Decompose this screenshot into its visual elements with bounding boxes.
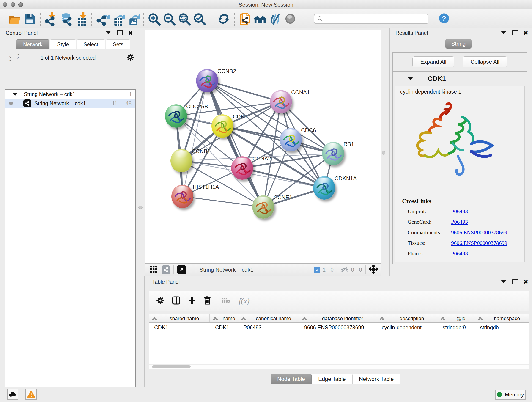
- control-panel-close-icon[interactable]: ✖: [128, 31, 133, 35]
- add-column-icon[interactable]: [188, 296, 196, 306]
- right-splitter-handle[interactable]: [382, 151, 385, 155]
- import-network-file-icon[interactable]: [43, 11, 58, 26]
- zoom-in-icon[interactable]: [146, 11, 162, 26]
- string-style-icon[interactable]: [162, 265, 170, 274]
- table-panel-float-icon[interactable]: [512, 279, 518, 285]
- protein-thumbnail: [313, 178, 335, 201]
- column-header-description[interactable]: description: [376, 314, 437, 322]
- export-table-icon[interactable]: [110, 11, 125, 26]
- network-node-cdc25b[interactable]: [165, 104, 187, 128]
- protein-thumbnail: [165, 106, 187, 129]
- network-node-ccne1[interactable]: [252, 195, 274, 219]
- network-panel-gear-icon[interactable]: [127, 53, 134, 62]
- network-node-ccnb1[interactable]: [171, 149, 192, 172]
- collection-expand-icon[interactable]: [12, 93, 18, 96]
- birdseye-view-icon[interactable]: [177, 265, 186, 274]
- results-panel-collapse-icon[interactable]: [501, 31, 506, 35]
- table-cell[interactable]: P06493: [238, 323, 299, 332]
- warnings-button[interactable]: [25, 389, 37, 400]
- selected-nodes-checkbox[interactable]: [314, 267, 320, 273]
- column-header-database-identifier[interactable]: database identifier: [299, 314, 376, 322]
- search-input[interactable]: [323, 16, 423, 22]
- cloud-button[interactable]: [7, 389, 18, 400]
- column-header--id[interactable]: @id: [437, 314, 475, 322]
- expand-all-button[interactable]: Expand All: [412, 56, 454, 67]
- network-node-ccna2[interactable]: [231, 156, 253, 180]
- hide-selected-icon[interactable]: [268, 11, 283, 26]
- zoom-out-icon[interactable]: [162, 11, 177, 26]
- crosslink-link[interactable]: 9606.ENSP00000378699: [451, 230, 507, 236]
- network-node-ccna1[interactable]: [270, 90, 292, 114]
- expand-all-networks-icon[interactable]: ⌄⌄: [8, 55, 12, 61]
- import-table-icon[interactable]: [74, 11, 89, 26]
- scrollbar-thumb[interactable]: [152, 365, 191, 368]
- export-network-icon[interactable]: [95, 11, 110, 26]
- tab-string[interactable]: String: [445, 39, 472, 49]
- tab-select[interactable]: Select: [76, 39, 105, 49]
- crosslink-link[interactable]: P06493: [451, 250, 468, 257]
- table-cell[interactable]: cyclin-dependent ...: [376, 323, 437, 332]
- tab-node-table[interactable]: Node Table: [271, 374, 312, 384]
- collapse-all-networks-icon[interactable]: ⌃⌃: [16, 55, 20, 61]
- results-panel-float-icon[interactable]: [512, 30, 518, 36]
- tab-sets[interactable]: Sets: [106, 39, 130, 49]
- network-node-cdc6[interactable]: [280, 128, 302, 152]
- results-panel-close-icon[interactable]: ✖: [523, 31, 528, 35]
- network-node-ccnb2[interactable]: [196, 69, 218, 92]
- zoom-selected-icon[interactable]: [192, 11, 207, 26]
- network-row-selected[interactable]: String Network – cdk1 11 48: [6, 99, 135, 108]
- tab-network-table[interactable]: Network Table: [352, 374, 400, 384]
- save-session-icon[interactable]: [22, 11, 37, 26]
- show-all-icon[interactable]: [283, 11, 298, 26]
- column-header-canonical-name[interactable]: canonical name: [238, 314, 299, 322]
- control-panel-float-icon[interactable]: [117, 30, 123, 36]
- network-collection-row[interactable]: String Network – cdk1 1: [6, 89, 135, 99]
- help-button[interactable]: ?: [438, 12, 450, 25]
- table-horizontal-scrollbar[interactable]: [149, 365, 529, 369]
- new-network-from-selection-icon[interactable]: [237, 11, 253, 26]
- network-node-cdkn1a[interactable]: [313, 176, 335, 200]
- fit-content-crosshair-icon[interactable]: [369, 265, 378, 275]
- table-panel-close-icon[interactable]: ✖: [523, 280, 528, 284]
- column-header-name[interactable]: name: [210, 314, 238, 322]
- result-expand-icon[interactable]: [408, 77, 413, 80]
- delete-column-icon[interactable]: [203, 296, 211, 306]
- control-panel-collapse-icon[interactable]: [105, 31, 111, 35]
- svg-text:?: ?: [442, 14, 446, 22]
- network-node-cdk1[interactable]: [211, 114, 234, 138]
- table-cell[interactable]: 9606.ENSP00000378699: [299, 323, 376, 332]
- tab-edge-table[interactable]: Edge Table: [312, 374, 352, 384]
- table-cell[interactable]: stringdb: [475, 323, 529, 332]
- network-edge[interactable]: [182, 81, 207, 196]
- table-panel-collapse-icon[interactable]: [501, 280, 506, 284]
- table-row[interactable]: CDK1CDK1P064939606.ENSP00000378699cyclin…: [149, 323, 529, 332]
- network-canvas[interactable]: CCNB2CCNA1CDC25BCDK1CDC6RB1CCNB1CCNA2CDK…: [145, 30, 381, 264]
- table-cell[interactable]: stringdb:9...: [437, 323, 475, 332]
- import-network-database-icon[interactable]: [58, 11, 74, 26]
- column-header-shared-name[interactable]: shared name: [149, 314, 210, 322]
- node-label: CDC6: [301, 127, 316, 134]
- protein-thumbnail: [270, 91, 292, 115]
- network-node-rb1[interactable]: [322, 142, 344, 165]
- tab-style[interactable]: Style: [50, 39, 76, 49]
- open-session-icon[interactable]: [7, 11, 22, 26]
- crosslink-link[interactable]: 9606.ENSP00000378699: [451, 240, 507, 246]
- left-splitter-handle[interactable]: [138, 206, 143, 209]
- table-cell[interactable]: CDK1: [210, 323, 238, 332]
- zoom-fit-icon[interactable]: [177, 11, 192, 26]
- tab-network[interactable]: Network: [16, 39, 50, 49]
- select-columns-icon[interactable]: [172, 296, 181, 306]
- grid-view-icon[interactable]: [150, 265, 158, 274]
- memory-button[interactable]: Memory: [495, 390, 526, 400]
- collapse-all-button[interactable]: Collapse All: [462, 56, 507, 67]
- export-image-icon[interactable]: [125, 11, 140, 26]
- refresh-icon[interactable]: [216, 11, 231, 26]
- table-gear-icon[interactable]: [156, 296, 165, 306]
- table-cell[interactable]: CDK1: [149, 323, 210, 332]
- crosslink-link[interactable]: P06493: [451, 208, 468, 215]
- first-neighbors-icon[interactable]: [253, 11, 268, 26]
- network-node-hist1h1a[interactable]: [171, 185, 193, 208]
- network-edge[interactable]: [182, 196, 263, 207]
- crosslink-link[interactable]: P06493: [451, 219, 468, 225]
- column-header-namespace[interactable]: namespace: [475, 314, 529, 322]
